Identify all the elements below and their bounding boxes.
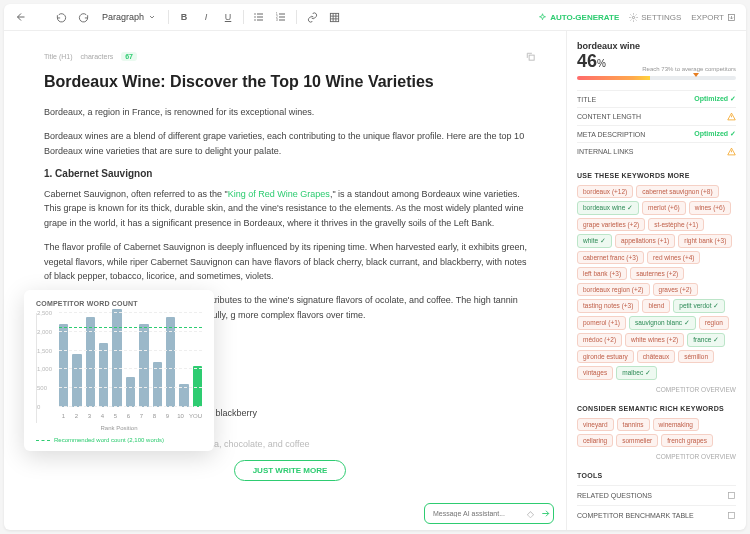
svg-text:3: 3 <box>276 18 278 22</box>
content-score: 46% <box>577 51 606 72</box>
heading-2[interactable]: 1. Cabernet Sauvignon <box>44 168 536 179</box>
paragraph[interactable]: The flavor profile of Cabernet Sauvignon… <box>44 240 536 283</box>
metric-row[interactable]: CONTENT LENGTH <box>577 107 736 125</box>
keyword-tag[interactable]: graves (+2) <box>653 283 698 296</box>
settings-button[interactable]: SETTINGS <box>629 13 681 22</box>
tools-header: TOOLS <box>577 472 736 479</box>
redo-icon[interactable] <box>76 10 90 24</box>
export-button[interactable]: EXPORT <box>691 13 736 22</box>
paragraph[interactable]: Bordeaux wines are a blend of different … <box>44 129 536 158</box>
metric-row[interactable]: META DESCRIPTIONOptimized ✓ <box>577 125 736 142</box>
undo-icon[interactable] <box>54 10 68 24</box>
svg-rect-7 <box>279 17 285 18</box>
svg-point-0 <box>254 13 256 15</box>
chart-bar <box>139 324 148 407</box>
keyword-tag[interactable]: right bank (+3) <box>678 234 732 248</box>
chart-bar <box>112 309 121 407</box>
keyword-tag[interactable]: pomerol (+1) <box>577 316 626 330</box>
keyword-tag[interactable]: blend <box>642 299 670 313</box>
toolbar: Paragraph B I U 123 AUTO-GENERATE SETTIN… <box>4 4 746 31</box>
score-bar <box>577 76 736 80</box>
paragraph[interactable]: Cabernet Sauvignon, often referred to as… <box>44 187 536 230</box>
bold-icon[interactable]: B <box>177 10 191 24</box>
keyword-tag[interactable]: white wines (+2) <box>625 333 684 347</box>
paragraph[interactable]: Bordeaux, a region in France, is renowne… <box>44 105 536 119</box>
chart-recommended: Recommended word count (2,100 words) <box>36 437 202 443</box>
ai-assistant-input[interactable]: ◇ <box>424 503 554 524</box>
svg-point-13 <box>633 16 635 18</box>
keyword-tag[interactable]: sémillon <box>678 350 714 363</box>
keyword-tag[interactable]: red wines (+4) <box>647 251 700 264</box>
keyword-tag[interactable]: bordeaux region (+2) <box>577 283 650 296</box>
keyword-tags: bordeaux (+12)cabernet sauvignon (+8)bor… <box>577 185 736 380</box>
competitor-overview-link-2[interactable]: COMPETITOR OVERVIEW <box>577 453 736 460</box>
competitor-overview-link[interactable]: COMPETITOR OVERVIEW <box>577 386 736 393</box>
keyword-tag[interactable]: cabernet sauvignon (+8) <box>636 185 718 198</box>
keyword-tag[interactable]: st-estèphe (+1) <box>648 218 704 231</box>
competitor-chart-card: COMPETITOR WORD COUNT 05001,0001,5002,00… <box>24 290 214 451</box>
keyword-tag[interactable]: white ✓ <box>577 234 612 248</box>
keyword-tag[interactable]: appellations (+1) <box>615 234 675 248</box>
tool-row[interactable]: RELATED QUESTIONS <box>577 485 736 505</box>
keyword-tag[interactable]: bordeaux (+12) <box>577 185 633 198</box>
keyword-tag[interactable]: châteaux <box>637 350 675 363</box>
keyword-tag[interactable]: grape varieties (+2) <box>577 218 645 231</box>
keyword-tag[interactable]: tasting notes (+3) <box>577 299 639 313</box>
keywords-header: USE THESE KEYWORDS MORE <box>577 172 736 179</box>
svg-point-1 <box>254 16 256 18</box>
semantic-tag[interactable]: cellaring <box>577 434 613 447</box>
svg-rect-16 <box>729 493 735 499</box>
metric-row[interactable]: TITLEOptimized ✓ <box>577 90 736 107</box>
keyword-tag[interactable]: médoc (+2) <box>577 333 622 347</box>
write-more-button[interactable]: JUST WRITE MORE <box>234 460 347 481</box>
semantic-tag[interactable]: french grapes <box>661 434 713 447</box>
keyword-tag[interactable]: gironde estuary <box>577 350 634 363</box>
keyword-tag[interactable]: france ✓ <box>687 333 725 347</box>
italic-icon[interactable]: I <box>199 10 213 24</box>
back-icon[interactable] <box>14 10 28 24</box>
link-icon[interactable] <box>305 10 319 24</box>
auto-generate-button[interactable]: AUTO-GENERATE <box>538 13 619 22</box>
keyword-tag[interactable]: petit verdot ✓ <box>673 299 725 313</box>
send-icon[interactable] <box>540 508 551 519</box>
app-window: Paragraph B I U 123 AUTO-GENERATE SETTIN… <box>4 4 746 530</box>
semantic-tag[interactable]: vineyard <box>577 418 614 431</box>
metric-row[interactable]: INTERNAL LINKS <box>577 142 736 160</box>
keyword-tag[interactable]: bordeaux wine ✓ <box>577 201 639 215</box>
ordered-list-icon[interactable]: 123 <box>274 10 288 24</box>
score-goal: Reach 73% to average competitors <box>616 66 736 72</box>
copy-icon[interactable] <box>525 51 536 62</box>
underline-icon[interactable]: U <box>221 10 235 24</box>
ai-attach-icon[interactable]: ◇ <box>527 509 534 519</box>
keyword-tag[interactable]: malbec ✓ <box>616 366 657 380</box>
table-icon[interactable] <box>327 10 341 24</box>
chart-bar <box>99 343 108 407</box>
chart-bar <box>126 377 135 407</box>
keyword-tag[interactable]: left bank (+3) <box>577 267 627 280</box>
keyword-tag[interactable]: sauvignon blanc ✓ <box>629 316 696 330</box>
editor[interactable]: Title (H1) characters 67 Bordeaux Wine: … <box>4 31 566 530</box>
semantic-tag[interactable]: sommelier <box>616 434 658 447</box>
title-meta: Title (H1) characters 67 <box>44 51 536 62</box>
svg-rect-12 <box>330 13 338 21</box>
keyword-tag[interactable]: region <box>699 316 729 330</box>
chart-title: COMPETITOR WORD COUNT <box>36 300 202 307</box>
keyword-tag[interactable]: cabernet franc (+3) <box>577 251 644 264</box>
format-select[interactable]: Paragraph <box>98 10 160 24</box>
sidebar: bordeaux wine 46% Reach 73% to average c… <box>566 31 746 530</box>
page-title[interactable]: Bordeaux Wine: Discover the Top 10 Wine … <box>44 72 536 93</box>
keyword-tag[interactable]: wines (+6) <box>689 201 731 215</box>
keyword-tag[interactable]: vintages <box>577 366 613 380</box>
keyword-tag[interactable]: sauternes (+2) <box>630 267 684 280</box>
svg-rect-6 <box>279 14 285 15</box>
inline-link[interactable]: King of Red Wine Grapes <box>228 189 330 199</box>
ai-input[interactable] <box>433 510 521 517</box>
semantic-tag[interactable]: winemaking <box>653 418 699 431</box>
tool-row[interactable]: COMPETITOR BENCHMARK TABLE <box>577 505 736 525</box>
bullet-list-icon[interactable] <box>252 10 266 24</box>
main: Title (H1) characters 67 Bordeaux Wine: … <box>4 31 746 530</box>
svg-rect-15 <box>529 55 534 60</box>
semantic-tag[interactable]: tannins <box>617 418 650 431</box>
svg-rect-8 <box>279 20 285 21</box>
keyword-tag[interactable]: merlot (+6) <box>642 201 686 215</box>
